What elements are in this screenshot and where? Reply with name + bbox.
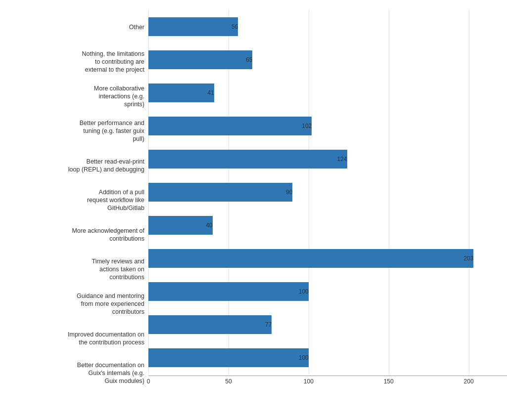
bar: 100 [148, 348, 309, 367]
bar-row: 124 [148, 142, 507, 175]
chart-area: 566541102124904020310077100 050100150200 [148, 10, 507, 390]
y-label: Guidance and mentoringfrom more experien… [10, 287, 144, 321]
bar: 90 [148, 183, 292, 202]
y-label: Addition of a pullrequest workflow likeG… [10, 183, 144, 217]
bar-value-label: 203 [463, 255, 473, 262]
y-label: Improved documentation onthe contributio… [10, 321, 144, 356]
bar-value-label: 56 [231, 23, 238, 30]
bar-row: 100 [148, 341, 507, 375]
bar-row: 40 [148, 209, 507, 242]
bar-track: 100 [148, 282, 507, 301]
y-label: More acknowledgement ofcontributions [10, 217, 144, 252]
bar-track: 203 [148, 249, 507, 268]
bar-row: 203 [148, 242, 507, 275]
bar-track: 77 [148, 315, 507, 334]
bar-value-label: 90 [286, 189, 292, 196]
bar-track: 65 [148, 50, 507, 69]
bars-section: 566541102124904020310077100 [148, 10, 507, 375]
bar-row: 77 [148, 308, 507, 341]
bar: 40 [148, 216, 213, 235]
bar-track: 40 [148, 216, 507, 235]
y-label: Better documentation onGuix's internals … [10, 356, 144, 390]
y-label: Better performance andtuning (e.g. faste… [10, 114, 144, 148]
x-tick-label: 200 [464, 378, 474, 385]
bar: 102 [148, 117, 312, 135]
bar-value-label: 41 [207, 89, 214, 96]
bar-track: 124 [148, 150, 507, 168]
y-label: Other [10, 10, 144, 44]
bar-value-label: 102 [302, 123, 312, 129]
y-labels: OtherNothing, the limitationsto contribu… [10, 10, 148, 390]
bar: 100 [148, 282, 309, 301]
x-axis: 050100150200 [148, 376, 507, 390]
x-tick-label: 50 [225, 378, 231, 385]
bar-track: 90 [148, 183, 507, 202]
bar-value-label: 100 [299, 288, 309, 295]
bar-row: 102 [148, 109, 507, 142]
bar-row: 90 [148, 175, 507, 209]
bar: 203 [148, 249, 473, 268]
bar: 65 [148, 50, 252, 69]
x-tick-label: 150 [384, 378, 394, 385]
y-label: Nothing, the limitationsto contributing … [10, 44, 144, 79]
bar-row: 41 [148, 76, 507, 109]
bar-value-label: 100 [299, 354, 309, 361]
bar: 124 [148, 150, 347, 168]
bar-value-label: 77 [265, 321, 272, 328]
bar-track: 102 [148, 117, 507, 135]
bar: 56 [148, 17, 238, 36]
bar: 77 [148, 315, 272, 334]
bar-row: 65 [148, 43, 507, 76]
bar-value-label: 124 [337, 156, 347, 163]
bar-row: 100 [148, 275, 507, 308]
bar: 41 [148, 84, 214, 102]
y-label: More collaborativeinteractions (e.g.spri… [10, 79, 144, 114]
x-tick-label: 100 [304, 378, 314, 385]
bar-value-label: 65 [246, 56, 252, 63]
bar-track: 41 [148, 84, 507, 102]
y-label: Timely reviews andactions taken oncontri… [10, 252, 144, 287]
chart-container: OtherNothing, the limitationsto contribu… [0, 0, 507, 420]
x-tick-label: 0 [147, 378, 150, 385]
bar-track: 100 [148, 348, 507, 367]
bar-row: 56 [148, 10, 507, 43]
y-label: Better read-eval-printloop (REPL) and de… [10, 148, 144, 183]
bar-track: 56 [148, 17, 507, 36]
bar-value-label: 40 [206, 222, 212, 229]
